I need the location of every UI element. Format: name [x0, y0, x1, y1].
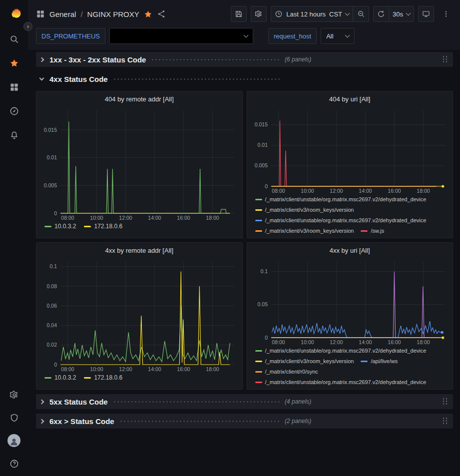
sidebar-item-starred[interactable] — [0, 51, 28, 75]
svg-text:0.005: 0.005 — [44, 182, 57, 188]
save-dashboard-button[interactable] — [231, 6, 247, 22]
series-color-swatch — [44, 377, 51, 379]
chevron-down-icon — [244, 32, 249, 37]
variable-label-request-host: request_host — [268, 28, 317, 44]
favorite-star-icon[interactable] — [144, 10, 152, 18]
legend-item[interactable]: /_matrix/client/unstable/org.matrix.msc2… — [255, 377, 427, 385]
time-picker-button[interactable]: Last 12 hours CST — [271, 6, 353, 22]
svg-text:12:00: 12:00 — [119, 215, 132, 221]
legend-label: 10.0.3.2 — [54, 373, 76, 383]
legend-item[interactable]: /_matrix/client/v3/room_keys/version — [255, 205, 354, 215]
legend-label: /_matrix/client/v3/room_keys/version — [265, 205, 354, 215]
legend-item[interactable]: /_matrix/client/v3/room_keys/version — [255, 226, 354, 234]
chart-svg: 00.050.108:0010:0012:0014:0016:0018:00 — [251, 258, 449, 346]
monitor-icon — [422, 10, 430, 18]
time-series-chart[interactable]: 00.020.040.060.080.108:0010:0012:0014:00… — [40, 258, 238, 373]
panel-title[interactable]: 4xx by uri [All] — [251, 245, 449, 258]
kebab-menu-button[interactable] — [438, 6, 454, 22]
sidebar-item-alerting[interactable] — [0, 123, 28, 147]
legend-item[interactable]: /api/live/ws — [361, 356, 398, 367]
chart-legend: 10.0.3.2172.18.0.6 — [40, 221, 238, 232]
sidebar-item-search[interactable] — [0, 27, 28, 51]
series-color-swatch — [255, 199, 262, 200]
legend-item[interactable]: /sw.js — [361, 226, 384, 234]
row-chevron-icon — [39, 75, 44, 80]
legend-item[interactable]: 172.18.0.6 — [84, 221, 122, 232]
row-left: 1xx - 3xx - 2xx Status Code — [40, 55, 285, 64]
legend-label: /_matrix/client/unstable/org.matrix.msc2… — [265, 215, 427, 226]
row-drag-handle-icon[interactable] — [442, 55, 448, 63]
svg-text:0.015: 0.015 — [254, 121, 267, 127]
svg-text:0.04: 0.04 — [47, 322, 57, 328]
svg-text:18:00: 18:00 — [206, 215, 219, 221]
refresh-button[interactable] — [373, 6, 389, 22]
dashboard-header: General / NGINX PROXY — [36, 5, 454, 23]
legend-item[interactable]: 10.0.3.2 — [44, 221, 76, 232]
svg-text:10:00: 10:00 — [301, 188, 314, 194]
legend-label: /_matrix/client/unstable/org.matrix.msc2… — [265, 194, 427, 205]
row-drag-handle-icon[interactable] — [442, 417, 448, 425]
refresh-interval-value: 30s — [393, 10, 403, 18]
series-color-swatch — [255, 220, 262, 221]
legend-item[interactable]: /_matrix/client/unstable/org.matrix.msc2… — [255, 194, 427, 205]
dashboard-row-header[interactable]: 4xx Status Code — [36, 71, 453, 86]
chevron-down-icon — [345, 10, 350, 15]
row-dotted-leader — [151, 59, 280, 60]
main-area: General / NGINX PROXY — [28, 0, 460, 476]
legend-item[interactable]: /_matrix/client/r0/sync — [255, 367, 318, 377]
svg-text:16:00: 16:00 — [388, 339, 401, 345]
series-color-swatch — [255, 371, 262, 373]
sidebar-item-server-admin[interactable] — [0, 406, 28, 429]
share-icon[interactable] — [157, 9, 166, 18]
series-color-swatch — [361, 361, 368, 362]
panel-title[interactable]: 404 by uri [All] — [251, 93, 449, 106]
apps-grid-icon — [36, 9, 45, 18]
tv-mode-button[interactable] — [418, 6, 434, 22]
sidebar-item-configuration[interactable] — [0, 383, 28, 406]
variable-value-datasource[interactable] — [109, 28, 253, 44]
panel-title[interactable]: 404 by remote addr [All] — [40, 93, 238, 106]
legend-item[interactable]: 10.0.3.2 — [44, 373, 76, 383]
time-series-chart[interactable]: 00.0050.010.01508:0010:0012:0014:0016:00… — [40, 106, 238, 221]
legend-label: /_matrix/client/v3/room_keys/version — [265, 356, 354, 367]
bell-icon — [9, 130, 19, 140]
panel-title[interactable]: 4xx by remote addr [All] — [40, 245, 238, 258]
series-color-swatch — [361, 230, 368, 232]
legend-item[interactable]: /_matrix/client/v3/room_keys/version — [255, 356, 354, 367]
sidebar-expand-button[interactable]: › — [23, 22, 32, 31]
legend-item[interactable]: 172.18.0.6 — [84, 373, 122, 383]
svg-text:16:00: 16:00 — [388, 188, 401, 194]
svg-text:16:00: 16:00 — [177, 215, 190, 221]
dashboard-row-header[interactable]: 6xx > Status Code(2 panels) — [36, 414, 453, 429]
legend-label: 172.18.0.6 — [94, 221, 122, 232]
svg-text:0.08: 0.08 — [47, 283, 57, 289]
dashboard-row-header[interactable]: 1xx - 3xx - 2xx Status Code(6 panels) — [36, 52, 453, 67]
sidebar-item-dashboards[interactable] — [0, 75, 28, 99]
grafana-app: › — [0, 0, 460, 476]
refresh-interval-dropdown[interactable]: 30s — [389, 6, 414, 22]
series-color-swatch — [255, 361, 262, 362]
variable-value-request-host[interactable]: All — [321, 28, 354, 44]
legend-item[interactable]: /_matrix/client/unstable/org.matrix.msc2… — [255, 215, 427, 226]
zoom-out-button[interactable] — [353, 6, 369, 22]
sidebar-item-profile[interactable] — [0, 429, 28, 452]
breadcrumb-folder[interactable]: General — [49, 10, 76, 18]
help-circle-icon — [9, 459, 19, 469]
time-series-chart[interactable]: 00.050.108:0010:0012:0014:0016:0018:00 — [251, 258, 449, 346]
svg-text:0.01: 0.01 — [47, 154, 57, 160]
time-series-chart[interactable]: 00.0050.010.01508:0010:0012:0014:0016:00… — [251, 106, 449, 194]
breadcrumb: General / NGINX PROXY — [36, 9, 166, 18]
legend-item[interactable]: /_matrix/client/unstable/org.matrix.msc2… — [255, 346, 427, 356]
series-color-swatch — [255, 382, 262, 383]
sidebar-item-explore[interactable] — [0, 99, 28, 123]
dashboard-row-header[interactable]: 5xx Status Code(4 panels) — [36, 394, 453, 409]
time-controls: Last 12 hours CST — [271, 6, 369, 22]
compass-icon — [9, 106, 19, 116]
breadcrumb-dashboard-title[interactable]: NGINX PROXY — [87, 10, 139, 18]
variables-bar: DS_PROMETHEUS request_host All — [36, 23, 454, 50]
row-drag-handle-icon[interactable] — [442, 398, 448, 406]
dashboard-settings-button[interactable] — [251, 6, 267, 22]
grafana-logo[interactable] — [0, 0, 28, 27]
header-toolbar: Last 12 hours CST — [231, 6, 454, 22]
sidebar-item-help[interactable] — [0, 452, 28, 475]
